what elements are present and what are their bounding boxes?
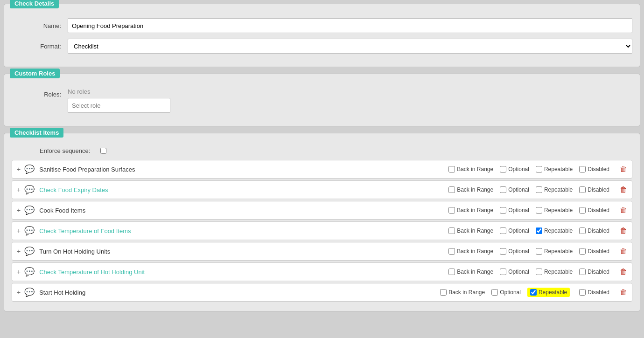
back-in-range-label[interactable]: Back in Range	[448, 166, 493, 172]
repeatable-checkbox[interactable]	[536, 269, 542, 275]
delete-icon[interactable]: 🗑	[620, 227, 627, 235]
checklist-item: + 💬 Check Temperature of Food Items Back…	[12, 221, 632, 240]
comment-icon[interactable]: 💬	[24, 185, 35, 195]
checklist-item: + 💬 Check Food Expiry Dates Back in Rang…	[12, 180, 632, 199]
repeatable-label[interactable]: Repeatable	[536, 248, 573, 255]
disabled-checkbox[interactable]	[579, 269, 586, 275]
checklist-item: + 💬 Turn On Hot Holding Units Back in Ra…	[12, 242, 632, 261]
item-controls: Back in Range Optional Repeatable Disabl…	[448, 247, 627, 255]
repeatable-label[interactable]: Repeatable	[536, 269, 573, 275]
disabled-checkbox[interactable]	[579, 228, 586, 234]
item-name: Check Food Expiry Dates	[39, 186, 448, 193]
item-name: Sanitise Food Preparation Surfaces	[39, 166, 448, 173]
comment-icon[interactable]: 💬	[24, 205, 35, 215]
repeatable-label[interactable]: Repeatable	[536, 186, 573, 193]
disabled-label[interactable]: Disabled	[579, 228, 609, 234]
optional-checkbox[interactable]	[491, 289, 498, 296]
comment-icon[interactable]: 💬	[24, 267, 35, 277]
disabled-checkbox[interactable]	[579, 186, 586, 193]
repeatable-label[interactable]: Repeatable	[536, 207, 573, 214]
back-in-range-label[interactable]: Back in Range	[448, 269, 493, 275]
item-name: Turn On Hot Holding Units	[39, 248, 448, 255]
repeatable-label[interactable]: Repeatable	[536, 166, 573, 172]
delete-icon[interactable]: 🗑	[620, 247, 627, 255]
disabled-label[interactable]: Disabled	[579, 248, 609, 255]
item-name: Check Temperature of Hot Holding Unit	[39, 269, 448, 276]
disabled-checkbox[interactable]	[579, 207, 586, 214]
optional-label[interactable]: Optional	[500, 269, 529, 275]
optional-label[interactable]: Optional	[500, 207, 529, 214]
comment-icon[interactable]: 💬	[24, 287, 35, 297]
drag-handle-icon[interactable]: +	[17, 227, 21, 235]
repeatable-checkbox[interactable]	[530, 289, 537, 296]
back-in-range-checkbox[interactable]	[440, 289, 447, 296]
item-controls: Back in Range Optional Repeatable Disabl…	[448, 227, 627, 235]
disabled-label[interactable]: Disabled	[579, 289, 609, 296]
format-select[interactable]: Checklist Survey Audit	[68, 39, 632, 54]
delete-icon[interactable]: 🗑	[620, 186, 627, 194]
disabled-label[interactable]: Disabled	[579, 166, 609, 172]
disabled-checkbox[interactable]	[579, 289, 586, 296]
back-in-range-label[interactable]: Back in Range	[448, 207, 493, 214]
checklist-items-title: Checklist Items	[10, 128, 63, 138]
enforce-sequence-checkbox[interactable]	[100, 148, 106, 154]
repeatable-checkbox[interactable]	[536, 248, 542, 255]
drag-handle-icon[interactable]: +	[17, 248, 21, 255]
back-in-range-label[interactable]: Back in Range	[448, 228, 493, 234]
optional-checkbox[interactable]	[500, 207, 506, 214]
item-controls: Back in Range Optional Repeatable Disabl…	[448, 268, 627, 276]
back-in-range-checkbox[interactable]	[448, 269, 455, 275]
checklist-items-section: Checklist Items Enforce sequence: + 💬 Sa…	[4, 133, 640, 311]
comment-icon[interactable]: 💬	[24, 164, 35, 174]
delete-icon[interactable]: 🗑	[620, 268, 627, 276]
optional-checkbox[interactable]	[500, 248, 506, 255]
back-in-range-checkbox[interactable]	[448, 207, 455, 214]
disabled-checkbox[interactable]	[579, 248, 586, 255]
disabled-label[interactable]: Disabled	[579, 269, 609, 275]
optional-label[interactable]: Optional	[500, 166, 529, 172]
repeatable-checkbox[interactable]	[536, 228, 542, 234]
drag-handle-icon[interactable]: +	[17, 207, 21, 214]
drag-handle-icon[interactable]: +	[17, 186, 21, 193]
optional-label[interactable]: Optional	[500, 248, 529, 255]
check-details-section: Check Details Name: Format: Checklist Su…	[4, 4, 640, 67]
item-name: Check Temperature of Food Items	[39, 228, 448, 235]
delete-icon[interactable]: 🗑	[620, 165, 627, 173]
select-role-input[interactable]	[68, 98, 170, 113]
back-in-range-checkbox[interactable]	[448, 186, 455, 193]
comment-icon[interactable]: 💬	[24, 226, 35, 236]
repeatable-checkbox[interactable]	[536, 166, 542, 172]
delete-icon[interactable]: 🗑	[620, 206, 627, 214]
delete-icon[interactable]: 🗑	[620, 288, 627, 297]
comment-icon[interactable]: 💬	[24, 246, 35, 256]
disabled-checkbox[interactable]	[579, 166, 586, 172]
roles-content: No roles	[68, 88, 632, 113]
back-in-range-label[interactable]: Back in Range	[448, 248, 493, 255]
optional-label[interactable]: Optional	[500, 186, 529, 193]
optional-label[interactable]: Optional	[491, 289, 521, 296]
repeatable-checkbox[interactable]	[536, 186, 542, 193]
custom-roles-title: Custom Roles	[10, 69, 60, 78]
item-controls: Back in Range Optional Repeatable Disabl…	[440, 288, 627, 297]
disabled-label[interactable]: Disabled	[579, 186, 609, 193]
back-in-range-checkbox[interactable]	[448, 166, 455, 172]
optional-checkbox[interactable]	[500, 269, 506, 275]
optional-checkbox[interactable]	[500, 228, 506, 234]
roles-label: Roles:	[12, 88, 68, 98]
optional-label[interactable]: Optional	[500, 228, 529, 234]
name-input[interactable]	[68, 18, 632, 33]
drag-handle-icon[interactable]: +	[17, 268, 21, 276]
enforce-sequence-label: Enforce sequence:	[40, 147, 97, 154]
back-in-range-label[interactable]: Back in Range	[440, 289, 485, 296]
repeatable-label[interactable]: Repeatable	[536, 228, 573, 234]
drag-handle-icon[interactable]: +	[17, 166, 21, 173]
repeatable-checkbox[interactable]	[536, 207, 542, 214]
disabled-label[interactable]: Disabled	[579, 207, 609, 214]
back-in-range-label[interactable]: Back in Range	[448, 186, 493, 193]
optional-checkbox[interactable]	[500, 166, 506, 172]
optional-checkbox[interactable]	[500, 186, 506, 193]
drag-handle-icon[interactable]: +	[17, 289, 21, 296]
back-in-range-checkbox[interactable]	[448, 228, 455, 234]
back-in-range-checkbox[interactable]	[448, 248, 455, 255]
repeatable-label[interactable]: Repeatable	[527, 288, 570, 297]
